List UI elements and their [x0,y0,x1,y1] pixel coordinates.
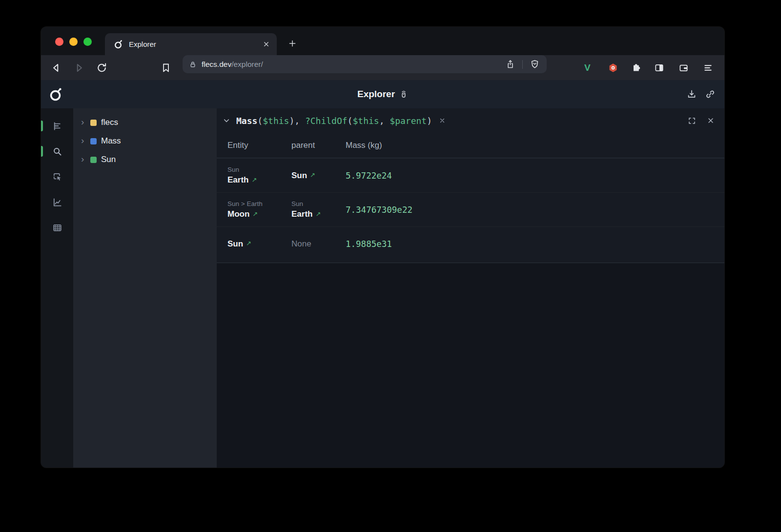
url-text: flecs.dev/explorer/ [202,60,263,69]
tree-view-icon[interactable] [51,121,63,131]
close-tab-icon[interactable] [263,41,270,48]
url-bar[interactable]: flecs.dev/explorer/ [183,55,547,73]
column-header-entity: Entity [227,141,291,150]
url-domain: flecs.dev [202,60,231,68]
fullscreen-icon[interactable] [687,116,697,125]
query-token: ) [427,116,432,126]
flecs-logo[interactable] [47,86,63,102]
column-header-mass: Mass (kg) [346,141,724,150]
minimize-window-button[interactable] [69,38,78,46]
brave-shield-icon[interactable] [530,59,540,69]
tree-item-label: Mass [101,136,121,146]
empty-content-area [217,263,724,468]
table-row: Sun > Earth Moon ↗ Sun Earth ↗ 7.3476 [217,192,724,226]
entity-path: Sun [227,166,291,173]
table-header: Entity parent Mass (kg) [217,133,724,158]
tool-rail [41,108,73,468]
inspect-cursor-icon[interactable] [51,171,63,182]
extensions-puzzle-icon[interactable] [631,62,642,73]
query-token: Mass [236,116,257,126]
tab-title: Explorer [129,40,257,48]
parent-link[interactable]: Sun ↗ [291,171,346,181]
parent-link[interactable]: Earth ↗ [291,209,346,219]
back-button[interactable] [50,61,62,74]
browser-tab[interactable]: Explorer [105,33,277,55]
entity-name: Earth [227,175,248,185]
query-bar: Mass($this), ?ChildOf($this, $parent) [217,108,724,133]
parent-path: Sun [291,200,346,207]
close-panel-icon[interactable] [707,117,715,124]
query-token: ?ChildOf [305,116,348,126]
parent-name: Sun [291,171,307,181]
query-token: $this [263,116,289,126]
new-tab-button[interactable] [285,36,300,51]
query-result-panel: Mass($this), ?ChildOf($this, $parent) [217,108,724,263]
desktop-background: Explorer [0,0,781,532]
entity-name: Moon [227,209,249,219]
expand-chevron-icon[interactable]: › [81,154,87,164]
mass-value: 1.9885e31 [346,239,724,249]
external-link-icon: ↗ [252,210,258,218]
entity-link[interactable]: Moon ↗ [227,209,291,219]
page-title: Explorer [357,89,408,100]
browser-window: Explorer [41,27,724,468]
menu-icon[interactable] [702,62,714,73]
remote-connection-icon[interactable] [399,89,408,99]
entity-link[interactable]: Earth ↗ [227,175,291,185]
forward-button[interactable] [73,61,85,74]
download-icon[interactable] [686,89,697,100]
vue-devtools-extension-icon[interactable]: V [584,62,591,73]
tree-item-label: flecs [101,118,118,127]
query-token: $parent [390,116,427,126]
active-indicator [41,121,43,131]
copy-link-icon[interactable] [705,89,716,100]
entity-color-swatch [90,120,97,126]
search-icon[interactable] [51,146,63,157]
mass-value: 5.9722e24 [346,171,724,181]
lock-icon [188,60,197,69]
collapse-chevron-icon[interactable] [223,117,230,124]
entity-path: Sun > Earth [227,200,291,207]
external-link-icon: ↗ [246,240,251,247]
tree-item-mass[interactable]: › Mass [73,132,217,150]
share-icon[interactable] [505,59,515,69]
query-token: ), [289,116,305,126]
bookmark-icon[interactable] [160,62,172,74]
close-window-button[interactable] [55,38,63,46]
chart-icon[interactable] [51,197,63,207]
traffic-lights [55,38,92,46]
tree-item-label: Sun [101,155,116,164]
column-header-parent: parent [291,141,346,150]
expand-chevron-icon[interactable]: › [81,117,87,126]
flecs-favicon-icon [113,39,123,50]
zoom-window-button[interactable] [83,38,92,46]
query-token: ( [348,116,353,126]
entity-color-swatch [90,138,97,144]
url-path: /explorer/ [231,60,263,68]
mass-value: 7.34767309e22 [346,205,724,215]
wallet-icon[interactable] [678,62,689,73]
page-title-text: Explorer [357,89,395,100]
expand-chevron-icon[interactable]: › [81,136,87,145]
app-content: › flecs › Mass › Sun [41,108,724,468]
tree-item-flecs[interactable]: › flecs [73,113,217,132]
table-row: Sun Earth ↗ Sun ↗ 5.9722e24 [217,158,724,192]
stats-table-icon[interactable] [51,222,63,233]
query-token: , [379,116,390,126]
app-header: Explorer [41,80,724,108]
hexagon-extension-icon[interactable] [607,62,619,74]
clear-query-icon[interactable] [439,117,446,124]
entity-link[interactable]: Sun ↗ [227,239,291,249]
main-panel: Mass($this), ?ChildOf($this, $parent) [217,108,724,468]
tree-item-sun[interactable]: › Sun [73,150,217,169]
external-link-icon: ↗ [310,171,315,179]
tab-strip: Explorer [41,27,724,55]
parent-none: None [291,239,346,249]
entity-color-swatch [90,157,97,163]
reload-button[interactable] [96,61,108,74]
sidebar-toggle-icon[interactable] [654,62,665,73]
query-input[interactable]: Mass($this), ?ChildOf($this, $parent) [236,116,432,126]
external-link-icon: ↗ [251,176,257,184]
parent-name: Earth [291,209,312,219]
table-row: Sun ↗ None 1.9885e31 [217,226,724,261]
